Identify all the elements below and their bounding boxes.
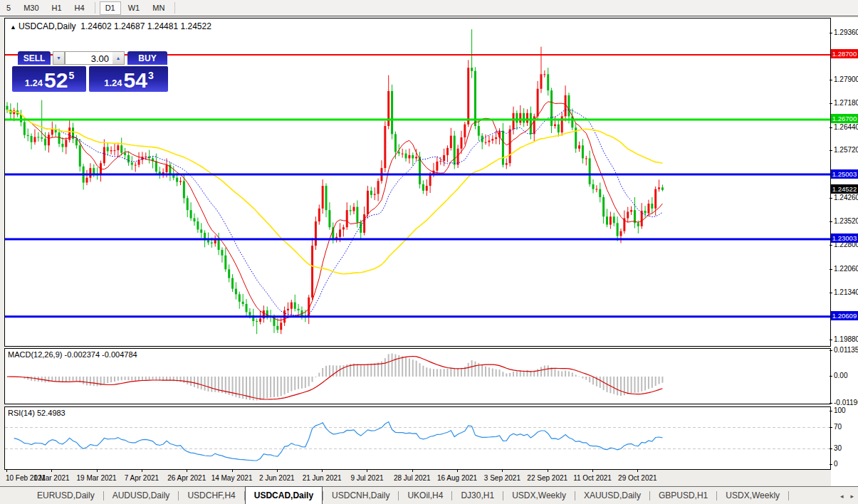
date-label[interactable]: 29 Oct 2021: [618, 474, 656, 482]
date-label[interactable]: 21 Jun 2021: [303, 474, 342, 482]
symbol-tab-gbpusd-9[interactable]: GBPUSD,H1: [650, 487, 716, 504]
date-label[interactable]: 14 May 2021: [211, 474, 253, 482]
date-tick: [97, 470, 98, 472]
toolbar-separator: [174, 2, 175, 14]
date-label[interactable]: 11 Oct 2021: [573, 474, 612, 482]
symbol-tab-usdx-10[interactable]: USDX,Weekly: [717, 487, 788, 504]
price-badge: 1.20609: [831, 311, 858, 320]
tab-scroll-left-icon[interactable]: ◂: [840, 493, 844, 500]
macd-label: MACD(12,26,9) -0.002374 -0.004784: [8, 350, 137, 359]
symbol-tabbar: EURUSD,DailyAUDUSD,DailyUSDCHF,H4USDCAD,…: [0, 486, 858, 504]
price-badge: 1.23003: [831, 233, 858, 243]
price-tick: 1.22060: [834, 265, 858, 273]
date-tick: [232, 470, 233, 472]
date-label[interactable]: 1 Mar 2021: [33, 474, 70, 482]
date-label[interactable]: 2 Jun 2021: [259, 474, 295, 482]
rsi-panel[interactable]: RSI(14) 52.4983: [4, 406, 831, 470]
date-tick: [592, 470, 593, 472]
date-label[interactable]: 16 Aug 2021: [437, 474, 477, 482]
symbol-tab-ukoil-5[interactable]: UKOil,H4: [399, 487, 451, 504]
date-label[interactable]: 19 Mar 2021: [77, 474, 117, 482]
volume-decrease-button[interactable]: ▼: [53, 51, 65, 65]
date-tick: [51, 470, 52, 472]
symbol-tab-usdx-7[interactable]: USDX,Weekly: [503, 487, 575, 504]
rsi-value: 52.4983: [37, 409, 66, 417]
date-label[interactable]: 26 Apr 2021: [167, 474, 206, 482]
macd-tick-dash: [830, 350, 832, 351]
price-tick-dash: [830, 293, 832, 293]
symbol-tab-dj30-6[interactable]: DJ30,H1: [452, 487, 503, 504]
quote-low: 1.24481: [147, 21, 178, 31]
date-label[interactable]: 9 Jul 2021: [350, 474, 383, 482]
rsi-tick-dash: [830, 464, 832, 465]
price-badge: 1.24522: [831, 184, 858, 194]
macd-value-1: -0.002374: [64, 350, 100, 359]
timeframe-button-m30[interactable]: M30: [18, 1, 44, 15]
volume-input[interactable]: 3.00: [65, 51, 113, 65]
tab-separator: [788, 491, 789, 500]
macd-value-2: -0.004784: [102, 350, 137, 359]
date-tick: [637, 470, 638, 472]
rsi-tick: 100: [834, 406, 846, 414]
symbol-tab-usdcnh-4[interactable]: USDCNH,Daily: [323, 487, 398, 504]
arrow-down-icon: ▼: [56, 56, 61, 61]
date-tick: [277, 470, 278, 472]
mt4-window: 5M30H1H4D1W1MN ▲USDCAD,Daily 1.24602 1.2…: [0, 0, 858, 504]
price-tick: 1.26440: [834, 123, 858, 131]
macd-tick: -0.01190: [834, 399, 858, 406]
sell-button[interactable]: SELL: [18, 51, 51, 65]
macd-tick: 0.01135: [834, 346, 858, 354]
rsi-tick-dash: [830, 448, 832, 449]
toolbar-separator: [95, 2, 95, 14]
buy-price-box[interactable]: 1.24 54 3: [89, 66, 168, 92]
date-label[interactable]: 28 Jul 2021: [394, 474, 431, 482]
price-tick-dash: [830, 103, 832, 104]
buy-price-big: 54: [124, 70, 147, 91]
price-tick: 1.27900: [834, 75, 858, 83]
rsi-tick: 70: [834, 423, 842, 431]
symbol-tab-eurusd-0[interactable]: EURUSD,Daily: [28, 487, 103, 504]
timeframe-button-h1[interactable]: H1: [46, 1, 68, 15]
date-tick: [322, 470, 323, 472]
price-tick-dash: [830, 340, 832, 340]
date-axis[interactable]: 10 Feb 20211 Mar 202119 Mar 20217 Apr 20…: [4, 470, 831, 486]
symbol-tab-xauusd-8[interactable]: XAUUSD,Daily: [575, 487, 649, 504]
timeframe-button-h4[interactable]: H4: [69, 1, 90, 15]
buy-button[interactable]: BUY: [127, 51, 167, 65]
rsi-name: RSI(14): [8, 409, 35, 417]
price-badge: 1.26700: [831, 114, 858, 123]
macd-panel[interactable]: MACD(12,26,9) -0.002374 -0.004784: [4, 348, 831, 404]
date-label[interactable]: 22 Sep 2021: [527, 474, 567, 482]
rsi-label: RSI(14) 52.4983: [8, 409, 66, 417]
symbol-tab-audusd-1[interactable]: AUDUSD,Daily: [104, 487, 179, 504]
date-label[interactable]: 3 Sep 2021: [484, 474, 520, 482]
volume-increase-button[interactable]: ▲: [113, 51, 125, 65]
price-axis[interactable]: 1.293601.279001.271801.264401.257201.242…: [831, 18, 858, 486]
price-tick-dash: [830, 33, 832, 33]
date-label[interactable]: 7 Apr 2021: [125, 474, 159, 482]
timeframe-button-w1[interactable]: W1: [122, 1, 146, 15]
tick-direction-icon: ▲: [10, 23, 16, 31]
price-tick-dash: [830, 150, 832, 151]
timeframe-button-d1[interactable]: D1: [100, 1, 121, 15]
tab-scroll-right-icon[interactable]: ▸: [850, 493, 854, 500]
rsi-tick: 0: [834, 460, 838, 468]
sell-price-box[interactable]: 1.24 52 5: [12, 66, 86, 92]
main-chart-panel[interactable]: ▲USDCAD,Daily 1.24602 1.24687 1.24481 1.…: [4, 18, 831, 347]
timeframe-button-mn[interactable]: MN: [147, 1, 170, 15]
sell-price-big: 52: [44, 70, 68, 91]
macd-tick-dash: [830, 376, 832, 377]
symbol-tab-usdchf-2[interactable]: USDCHF,H4: [179, 487, 244, 504]
arrow-up-icon: ▲: [116, 56, 121, 61]
one-click-trade-panel: SELL ▼ 3.00 ▲ BUY 1.24 52 5 1.24 54 3: [12, 51, 168, 92]
macd-tick: 0.00: [834, 372, 847, 379]
price-badge: 1.25003: [831, 169, 858, 179]
timeframe-button-5[interactable]: 5: [1, 1, 16, 15]
date-tick: [412, 470, 413, 472]
symbol-tab-usdcad-3[interactable]: USDCAD,Daily: [245, 486, 323, 504]
price-tick-dash: [830, 198, 832, 199]
price-tick-dash: [830, 221, 832, 222]
date-tick: [6, 470, 7, 472]
price-tick: 1.25720: [834, 146, 858, 154]
price-tick: 1.24260: [834, 194, 858, 201]
